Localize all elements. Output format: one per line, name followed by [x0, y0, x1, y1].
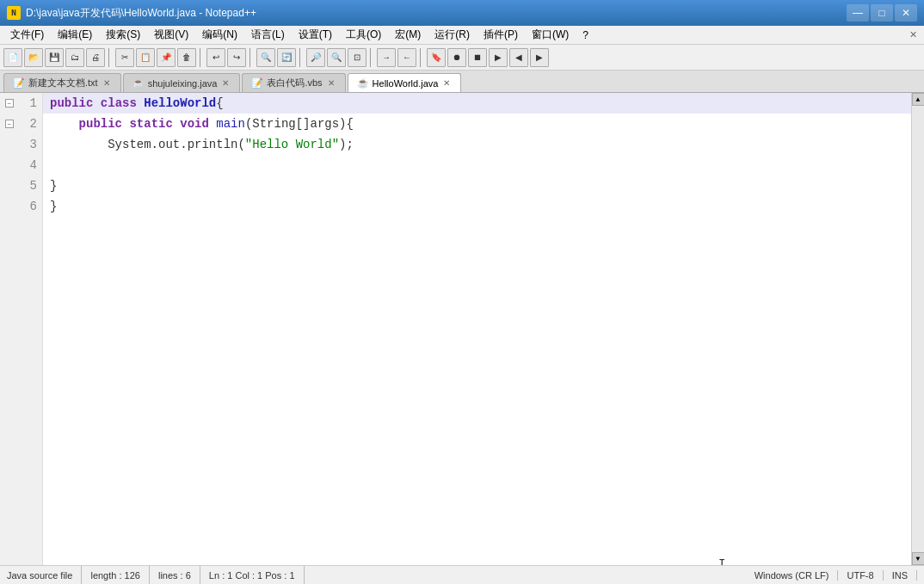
tab-shuju[interactable]: ☕ shujuleixing.java ✕ — [123, 73, 241, 92]
toolbar-sep6 — [420, 48, 423, 67]
menu-window[interactable]: 窗口(W) — [525, 26, 576, 44]
line-num-2: − 2 — [0, 114, 42, 134]
status-bar: Java source file length : 126 lines : 6 … — [0, 565, 924, 584]
status-position: Ln : 1 Col : 1 Pos : 1 — [200, 566, 305, 584]
toolbar-delete[interactable]: 🗑 — [177, 48, 196, 67]
fold-btn-2[interactable]: − — [5, 120, 14, 128]
minimize-button[interactable]: — — [847, 4, 869, 22]
status-file-type: Java source file — [7, 566, 82, 584]
maximize-button[interactable]: □ — [871, 4, 893, 22]
app-icon: N — [7, 6, 21, 20]
menu-bar: 文件(F) 编辑(E) 搜索(S) 视图(V) 编码(N) 语言(L) 设置(T… — [0, 26, 924, 45]
line-num-3: 3 — [0, 134, 42, 155]
toolbar-sep3 — [249, 48, 253, 67]
line-num-4: 4 — [0, 155, 42, 175]
menu-view[interactable]: 视图(V) — [147, 26, 195, 44]
toolbar-undo[interactable]: ↩ — [206, 48, 225, 67]
toolbar-open[interactable]: 📂 — [24, 48, 43, 67]
toolbar-zoom-restore[interactable]: ⊡ — [348, 48, 367, 67]
tab-biaobai-icon: 📝 — [251, 77, 263, 89]
toolbar-sep5 — [370, 48, 373, 67]
window-controls: — □ ✕ — [847, 4, 917, 22]
tab-helloworld-label: HelloWorld.java — [373, 78, 439, 89]
line-num-5: 5 — [0, 175, 42, 196]
line-numbers: − 1 − 2 3 4 5 6 — [0, 93, 43, 565]
toolbar-save-all[interactable]: 🗂 — [65, 48, 84, 67]
scroll-up-btn[interactable]: ▲ — [912, 93, 925, 106]
toolbar-unindent[interactable]: ← — [397, 48, 416, 67]
title-text: D:\java\java开发代码\HelloWorld.java - Notep… — [26, 6, 256, 21]
menu-settings[interactable]: 设置(T) — [292, 26, 339, 44]
toolbar-sep1 — [108, 48, 112, 67]
toolbar-macro-stop[interactable]: ⏹ — [468, 48, 487, 67]
toolbar-zoom-in[interactable]: 🔎 — [306, 48, 325, 67]
status-encoding: UTF-8 — [838, 570, 883, 581]
toolbar: 📄 📂 💾 🗂 🖨 ✂ 📋 📌 🗑 ↩ ↪ 🔍 🔄 🔎 🔍 ⊡ → ← 🔖 ⏺ … — [0, 45, 924, 71]
toolbar-macro-play[interactable]: ▶ — [489, 48, 508, 67]
code-line-4 — [43, 155, 911, 175]
tab-helloworld[interactable]: ☕ HelloWorld.java ✕ — [348, 73, 462, 92]
tab-biaobai-close[interactable]: ✕ — [326, 77, 336, 89]
text-cursor: I — [718, 557, 725, 565]
code-line-2: public static void main(String[]args){ — [43, 114, 911, 134]
line-num-1: − 1 — [0, 93, 42, 114]
title-bar: N D:\java\java开发代码\HelloWorld.java - Not… — [0, 0, 924, 26]
vertical-scrollbar[interactable]: ▲ ▼ — [911, 93, 924, 565]
toolbar-run-prev[interactable]: ◀ — [509, 48, 528, 67]
menu-macro[interactable]: 宏(M) — [388, 26, 428, 44]
tab-shuju-label: shujuleixing.java — [148, 78, 218, 89]
toolbar-find[interactable]: 🔍 — [256, 48, 275, 67]
menu-tools[interactable]: 工具(O) — [339, 26, 388, 44]
toolbar-cut[interactable]: ✂ — [115, 48, 134, 67]
code-editor[interactable]: public class HelloWorld{ public static v… — [43, 93, 911, 565]
fold-btn-1[interactable]: − — [5, 99, 14, 108]
toolbar-save[interactable]: 💾 — [45, 48, 64, 67]
toolbar-new[interactable]: 📄 — [3, 48, 22, 67]
toolbar-run-next[interactable]: ▶ — [530, 48, 549, 67]
code-line-3: System.out.println("Hello World"); — [43, 134, 911, 155]
tab-biaobai[interactable]: 📝 表白代码.vbs ✕ — [242, 73, 345, 92]
menu-search[interactable]: 搜索(S) — [99, 26, 147, 44]
status-length: length : 126 — [82, 566, 150, 584]
toolbar-sep4 — [299, 48, 303, 67]
tab-helloworld-close[interactable]: ✕ — [441, 77, 452, 89]
menu-encode[interactable]: 编码(N) — [195, 26, 244, 44]
toolbar-copy[interactable]: 📋 — [136, 48, 155, 67]
menu-lang[interactable]: 语言(L) — [244, 26, 292, 44]
status-lines: lines : 6 — [150, 566, 200, 584]
tab-shuju-icon: ☕ — [132, 77, 145, 89]
toolbar-indent[interactable]: → — [377, 48, 396, 67]
menu-file[interactable]: 文件(F) — [3, 26, 51, 44]
toolbar-bookmark[interactable]: 🔖 — [427, 48, 446, 67]
menu-edit[interactable]: 编辑(E) — [51, 26, 99, 44]
tab-new-text[interactable]: 📝 新建文本文档.txt ✕ — [3, 73, 121, 92]
menu-plugins[interactable]: 插件(P) — [477, 26, 525, 44]
line-num-6: 6 — [0, 196, 42, 217]
tabs-bar: 📝 新建文本文档.txt ✕ ☕ shujuleixing.java ✕ 📝 表… — [0, 71, 924, 93]
close-file-btn[interactable]: ✕ — [909, 29, 921, 40]
tab-biaobai-label: 表白代码.vbs — [267, 77, 322, 89]
close-button[interactable]: ✕ — [895, 4, 917, 22]
code-line-6: } — [43, 196, 911, 217]
toolbar-find-replace[interactable]: 🔄 — [277, 48, 296, 67]
tab-new-text-close[interactable]: ✕ — [102, 77, 112, 89]
tab-shuju-close[interactable]: ✕ — [220, 77, 231, 89]
toolbar-print[interactable]: 🖨 — [86, 48, 105, 67]
menu-help[interactable]: ? — [576, 28, 595, 43]
tab-new-text-icon: 📝 — [13, 77, 25, 89]
code-line-5: } — [43, 175, 911, 196]
toolbar-redo[interactable]: ↪ — [227, 48, 246, 67]
tab-helloworld-icon: ☕ — [357, 77, 369, 89]
scroll-track[interactable] — [912, 106, 924, 552]
toolbar-sep2 — [200, 48, 203, 67]
toolbar-paste[interactable]: 📌 — [157, 48, 176, 67]
menu-run[interactable]: 运行(R) — [428, 26, 477, 44]
tab-new-text-label: 新建文本文档.txt — [28, 77, 98, 89]
code-line-1: public class HelloWorld{ — [43, 93, 911, 114]
toolbar-zoom-out[interactable]: 🔍 — [327, 48, 346, 67]
toolbar-macro-rec[interactable]: ⏺ — [447, 48, 466, 67]
scroll-down-btn[interactable]: ▼ — [912, 552, 925, 565]
code-content[interactable]: public class HelloWorld{ public static v… — [43, 93, 911, 217]
status-line-endings: Windows (CR LF) — [755, 570, 839, 581]
main-area: − 1 − 2 3 4 5 6 public class HelloWorld{ — [0, 93, 924, 565]
